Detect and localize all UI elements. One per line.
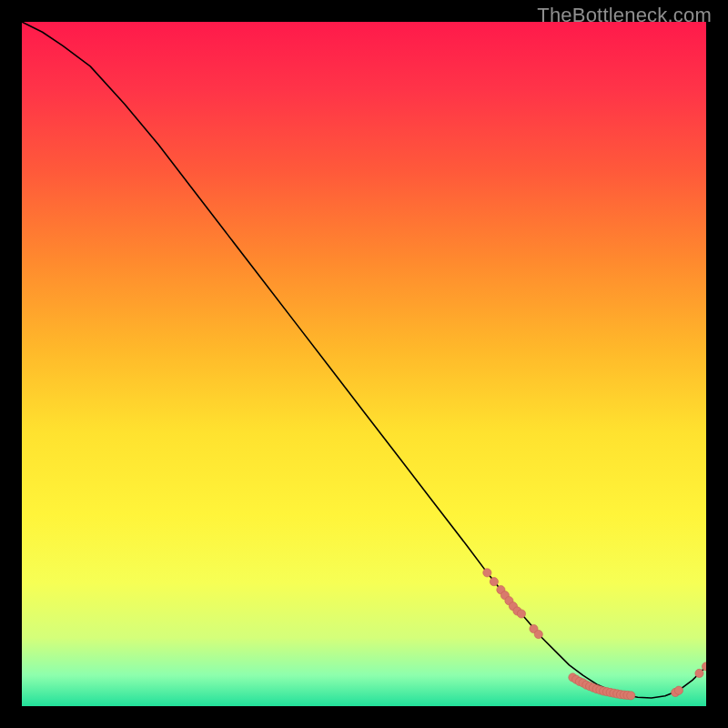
chart-container: TheBottleneck.com <box>0 0 728 728</box>
data-marker <box>483 569 491 577</box>
data-marker <box>674 686 682 694</box>
data-marker <box>534 630 542 638</box>
gradient-background <box>22 22 706 706</box>
data-marker <box>490 578 498 586</box>
data-marker <box>627 692 635 700</box>
plot-area <box>22 22 706 706</box>
data-marker <box>517 610 525 618</box>
data-marker <box>695 669 703 677</box>
chart-svg <box>22 22 706 706</box>
